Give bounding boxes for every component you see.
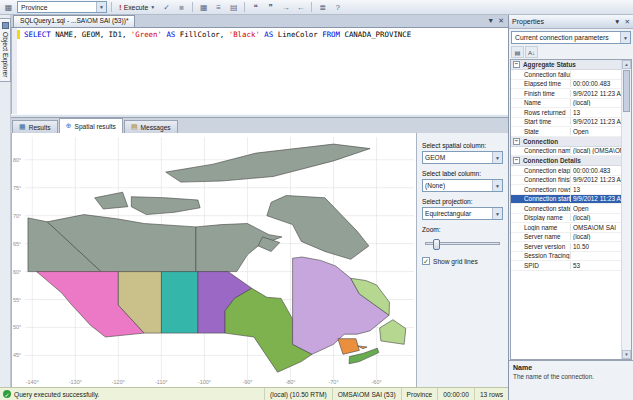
sql-token: SELECT	[24, 30, 51, 39]
uncomment-icon[interactable]: ❞	[264, 1, 277, 13]
properties-object-dropdown[interactable]: Current connection parameters ▼	[511, 31, 631, 44]
scroll-up-icon[interactable]: ▲	[622, 60, 631, 69]
chevron-down-icon[interactable]: ▼	[492, 152, 502, 163]
toolbar-separator	[311, 2, 312, 12]
alphabetical-view-icon[interactable]: A↓	[525, 46, 538, 58]
close-icon[interactable]: ✕	[625, 18, 630, 26]
map-region-queen-elizabeth-islands	[166, 144, 370, 182]
object-explorer-tab[interactable]: Object Explorer	[0, 18, 11, 82]
property-description-pane: Name The name of the connection.	[509, 360, 633, 400]
scroll-down-icon[interactable]: ▼	[622, 350, 631, 359]
help-icon[interactable]: ?	[331, 1, 344, 13]
chevron-down-icon[interactable]: ▼	[96, 2, 106, 12]
property-row-connection-finish-time[interactable]: Connection finish time9/9/2012 11:23 AM	[511, 176, 621, 186]
property-row-start-time[interactable]: Start time9/9/2012 11:23 AM	[511, 118, 621, 128]
property-row-rows-returned[interactable]: Rows returned13	[511, 108, 621, 118]
status-cell: OMSA\OM SAI (53)	[332, 388, 401, 400]
chevron-down-icon[interactable]: ▼	[620, 32, 630, 43]
collapse-icon[interactable]: −	[513, 61, 520, 68]
stop-icon[interactable]: ■	[175, 1, 188, 13]
property-category-connection-details[interactable]: −Connection Details	[511, 156, 621, 166]
property-row-connection-elapsed-time[interactable]: Connection elapsed time00:00:00.483	[511, 166, 621, 176]
ssms-window: ▦ Province ▼ ! Execute ▼ ✓■▦≡▤❝❞→←≣? Obj…	[0, 0, 633, 400]
connect-icon[interactable]: ▦	[2, 1, 15, 13]
zoom-slider[interactable]	[425, 242, 500, 245]
tab-label: Results	[29, 124, 51, 131]
show-grid-checkbox[interactable]: ✓	[422, 257, 430, 265]
chevron-down-icon[interactable]: ▼	[487, 17, 494, 25]
property-row-session-tracing-id[interactable]: Session Tracing ID	[511, 252, 621, 262]
property-value: 9/9/2012 11:23 AM	[571, 118, 621, 125]
property-label: Connection finish time	[511, 176, 571, 183]
close-icon[interactable]: ✕	[498, 17, 504, 25]
property-row-display-name[interactable]: Display name(local)	[511, 214, 621, 224]
property-category-connection[interactable]: −Connection	[511, 137, 621, 147]
property-value: 53	[571, 262, 621, 269]
property-value: 13	[571, 186, 621, 193]
database-dropdown[interactable]: Province ▼	[17, 1, 107, 13]
property-value: 9/9/2012 11:23 AM	[571, 176, 621, 183]
property-row-finish-time[interactable]: Finish time9/9/2012 11:23 AM	[511, 89, 621, 99]
property-row-login-name[interactable]: Login nameOMSA\OM SAI	[511, 223, 621, 233]
map-region-victoria-island	[131, 197, 200, 215]
category-label: Connection Details	[523, 157, 581, 164]
chevron-down-icon[interactable]: ▼	[492, 208, 502, 219]
outdent-icon[interactable]: ←	[294, 1, 307, 13]
property-row-server-version[interactable]: Server version10.50	[511, 242, 621, 252]
sql-editor[interactable]: SELECT NAME, GEOM, ID1, 'Green' AS FillC…	[11, 28, 508, 114]
property-row-connection-rows-returned[interactable]: Connection rows returned13	[511, 185, 621, 195]
property-row-state[interactable]: StateOpen	[511, 127, 621, 137]
results-to-text-icon[interactable]: ≡	[212, 1, 225, 13]
spatial-column-dropdown[interactable]: GEOM ▼	[422, 151, 503, 164]
property-value: 00:00:00.483	[571, 167, 621, 174]
tab-results[interactable]: ▦Results	[12, 120, 58, 133]
results-to-grid-icon[interactable]: ▦	[197, 1, 210, 13]
execute-button[interactable]: ! Execute ▼	[116, 1, 158, 14]
query-document-tab[interactable]: SQLQuery1.sql - ...SA\OM SAI (53))*	[13, 15, 135, 27]
property-row-server-name[interactable]: Server name(local)	[511, 233, 621, 243]
window-body: Object Explorer SQLQuery1.sql - ...SA\OM…	[0, 15, 633, 400]
property-value: OMSA\OM SAI	[571, 224, 621, 231]
grid-label: 55°	[13, 297, 21, 303]
document-bar-buttons: ▼ ✕	[483, 17, 508, 27]
label-column-dropdown[interactable]: (None) ▼	[422, 179, 503, 192]
property-category-aggregate-status[interactable]: −Aggregate Status	[511, 60, 621, 70]
parse-icon[interactable]: ✓	[160, 1, 173, 13]
chevron-down-icon[interactable]: ▼	[492, 180, 502, 191]
chevron-down-icon[interactable]: ▼	[614, 18, 620, 26]
chevron-down-icon[interactable]: ▼	[150, 4, 155, 10]
property-row-spid[interactable]: SPID53	[511, 261, 621, 271]
collapse-icon[interactable]: −	[513, 138, 520, 145]
property-value: 9/9/2012 11:23 AM	[571, 195, 621, 202]
scrollbar-thumb[interactable]	[623, 70, 630, 112]
property-row-connection-state[interactable]: Connection stateOpen	[511, 204, 621, 214]
results-tabbar: ▦Results⊕Spatial results▤Messages	[11, 118, 508, 133]
selected-property-name: Name	[513, 364, 629, 371]
property-row-name[interactable]: Name(local)	[511, 99, 621, 109]
property-row-connection-name[interactable]: Connection name(local) (OMSA\OM SAI)	[511, 147, 621, 157]
globe-icon: ⊕	[66, 122, 72, 130]
toolbar-separator	[192, 2, 193, 12]
categorized-view-icon[interactable]: ▤	[511, 46, 524, 58]
map-region-newfoundland	[380, 320, 406, 345]
results-to-file-icon[interactable]: ▤	[227, 1, 240, 13]
projection-dropdown[interactable]: Equirectangular ▼	[422, 207, 503, 220]
comment-icon[interactable]: ❝	[249, 1, 262, 13]
property-row-connection-failures[interactable]: Connection failures	[511, 70, 621, 80]
spatial-column-value: GEOM	[425, 154, 445, 161]
map-canvas[interactable]: 80°75°70°65°60°55°50°45°-140°-130°-120°-…	[12, 133, 416, 387]
show-grid-lines-row[interactable]: ✓ Show grid lines	[422, 257, 503, 265]
tab-spatial-results[interactable]: ⊕Spatial results	[59, 118, 123, 133]
query-options-icon[interactable]: ≣	[316, 1, 329, 13]
property-label: State	[511, 128, 571, 135]
sql-token: AS	[166, 30, 175, 39]
collapse-icon[interactable]: −	[513, 157, 520, 164]
properties-scrollbar[interactable]: ▲ ▼	[621, 60, 631, 359]
property-row-connection-start-time[interactable]: Connection start time9/9/2012 11:23 AM	[511, 195, 621, 205]
property-row-elapsed-time[interactable]: Elapsed time00:00:00.483	[511, 80, 621, 90]
indent-icon[interactable]: →	[279, 1, 292, 13]
properties-titlebar[interactable]: Properties ▼ ✕	[509, 15, 633, 29]
projection-label: Select projection:	[422, 198, 503, 205]
tab-messages[interactable]: ▤Messages	[124, 120, 178, 133]
zoom-slider-thumb[interactable]	[433, 239, 440, 250]
